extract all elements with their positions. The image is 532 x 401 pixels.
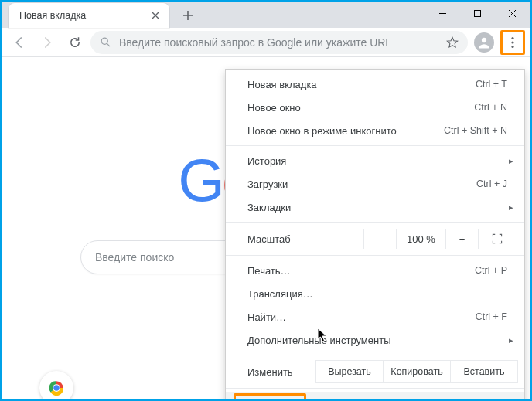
menu-item-incognito[interactable]: Новое окно в режиме инкогнито Ctrl + Shi… (226, 119, 524, 142)
menu-item-edit: Изменить Вырезать Копировать Вставить (226, 359, 524, 385)
maximize-button[interactable] (460, 2, 495, 25)
browser-toolbar: Введите поисковый запрос в Google или ук… (2, 28, 530, 57)
search-icon (100, 36, 111, 48)
menu-item-history[interactable]: История ▸ (226, 149, 524, 172)
main-menu-dropdown: Новая вкладка Ctrl + T Новое окно Ctrl +… (225, 69, 525, 401)
close-tab-icon[interactable] (149, 9, 162, 22)
bookmark-star-icon[interactable] (446, 36, 459, 49)
close-window-button[interactable] (495, 2, 530, 25)
address-bar[interactable]: Введите поисковый запрос в Google или ук… (90, 31, 468, 54)
chevron-right-icon: ▸ (509, 335, 513, 345)
window-titlebar: Новая вкладка (2, 2, 530, 28)
zoom-out-button[interactable]: – (363, 229, 396, 249)
new-tab-button[interactable] (177, 5, 199, 26)
browser-tab[interactable]: Новая вкладка (9, 3, 169, 28)
menu-item-zoom: Масштаб – 100 % + (226, 226, 524, 252)
forward-button[interactable] (35, 30, 60, 55)
menu-separator (226, 255, 524, 256)
menu-item-cast[interactable]: Трансляция… (226, 282, 524, 305)
minimize-button[interactable] (425, 2, 460, 25)
reload-button[interactable] (63, 30, 87, 55)
zoom-in-button[interactable]: + (445, 229, 478, 249)
menu-item-find[interactable]: Найти… Ctrl + F (226, 305, 524, 328)
svg-point-5 (511, 45, 513, 47)
menu-separator (226, 145, 524, 146)
edit-paste-button[interactable]: Вставить (450, 360, 518, 383)
back-button[interactable] (7, 30, 32, 55)
edit-cut-button[interactable]: Вырезать (315, 360, 384, 383)
shortcut-chrome-icon[interactable] (39, 371, 73, 401)
edit-copy-button[interactable]: Копировать (383, 360, 451, 383)
main-menu-button[interactable] (500, 30, 525, 55)
menu-item-new-tab[interactable]: Новая вкладка Ctrl + T (226, 73, 524, 96)
chevron-right-icon: ▸ (509, 202, 513, 212)
fullscreen-button[interactable] (478, 229, 515, 249)
svg-point-3 (511, 36, 513, 39)
svg-point-2 (482, 37, 486, 42)
omnibox-placeholder: Введите поисковый запрос в Google или ук… (119, 36, 438, 49)
search-placeholder: Введите поиско (95, 251, 174, 263)
tab-title: Новая вкладка (19, 10, 149, 21)
chevron-right-icon: ▸ (509, 156, 513, 166)
svg-point-4 (511, 41, 513, 43)
profile-avatar[interactable] (474, 32, 494, 53)
menu-separator (226, 355, 524, 355)
menu-item-bookmarks[interactable]: Закладки ▸ (226, 195, 524, 219)
menu-item-new-window[interactable]: Новое окно Ctrl + N (226, 96, 524, 119)
kebab-icon (507, 36, 518, 49)
window-controls (425, 2, 530, 25)
zoom-value: 100 % (396, 229, 445, 249)
menu-item-downloads[interactable]: Загрузки Ctrl + J (226, 172, 524, 195)
menu-item-print[interactable]: Печать… Ctrl + P (226, 259, 524, 282)
svg-point-1 (101, 38, 107, 44)
menu-separator (226, 222, 524, 223)
menu-separator (226, 388, 524, 389)
svg-rect-0 (475, 10, 481, 16)
menu-item-more-tools[interactable]: Дополнительные инструменты ▸ (226, 328, 524, 352)
menu-item-settings[interactable]: Настройки (226, 392, 524, 401)
